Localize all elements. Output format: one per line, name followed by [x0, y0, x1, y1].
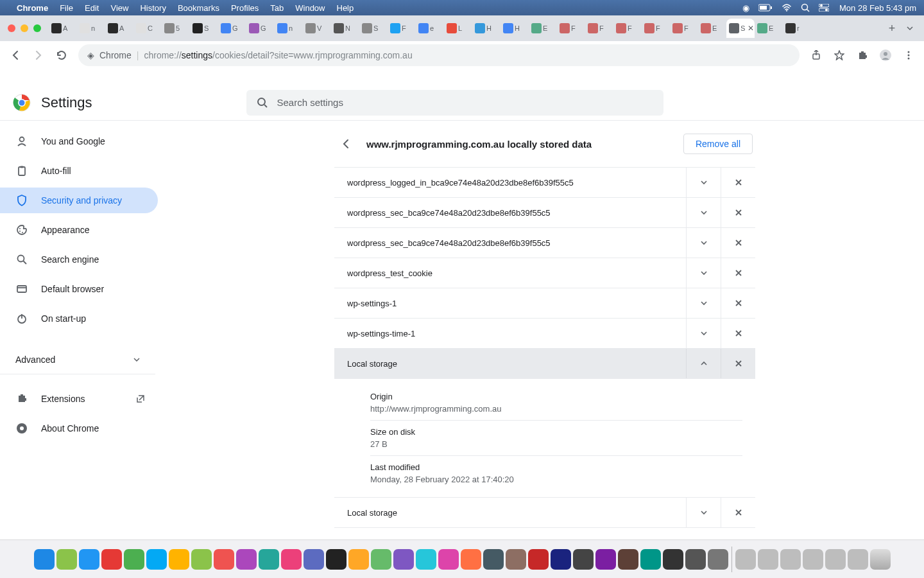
sidebar-item-palette[interactable]: Appearance: [0, 217, 158, 243]
dock-app-icon[interactable]: [304, 549, 324, 570]
forward-button[interactable]: [28, 45, 49, 66]
collapse-button[interactable]: [686, 349, 721, 378]
dock-app-icon[interactable]: [259, 549, 279, 570]
extensions-button[interactable]: [852, 45, 873, 66]
tab[interactable]: G: [246, 19, 275, 38]
dock-stack-icon[interactable]: [848, 549, 868, 570]
cookie-row[interactable]: wordpress_sec_bca9ce74e48a20d23dbe8ef6b3…: [334, 198, 755, 228]
remove-cookie-button[interactable]: [721, 498, 755, 527]
tab[interactable]: A: [105, 19, 133, 38]
tab[interactable]: E: [698, 19, 726, 38]
remove-cookie-button[interactable]: [721, 319, 755, 348]
reload-button[interactable]: [51, 45, 72, 66]
dock-app-icon[interactable]: [618, 549, 638, 570]
menu-window[interactable]: Window: [295, 3, 325, 13]
cookie-row[interactable]: Local storage: [334, 349, 755, 379]
dock-app-icon[interactable]: [438, 549, 459, 570]
remove-cookie-button[interactable]: [721, 228, 755, 258]
menu-bookmarks[interactable]: Bookmarks: [178, 3, 219, 13]
site-info-icon[interactable]: ◈: [87, 50, 94, 60]
dock-app-icon[interactable]: [79, 549, 99, 570]
dock-app-icon[interactable]: [281, 549, 302, 570]
dock-app-icon[interactable]: [708, 549, 728, 570]
expand-button[interactable]: [686, 198, 721, 227]
tab[interactable]: F: [670, 19, 698, 38]
tab[interactable]: F: [557, 19, 585, 38]
tab[interactable]: C: [133, 19, 162, 38]
tab[interactable]: H: [472, 19, 501, 38]
close-tab-icon[interactable]: ✕: [748, 24, 754, 33]
tab[interactable]: F: [642, 19, 670, 38]
dock-app-icon[interactable]: [124, 549, 144, 570]
dock-app-icon[interactable]: [214, 549, 234, 570]
dock-app-icon[interactable]: [663, 549, 683, 570]
menu-view[interactable]: View: [110, 3, 128, 13]
menu-profiles[interactable]: Profiles: [231, 3, 259, 13]
dock-app-icon[interactable]: [393, 549, 414, 570]
dock-app-icon[interactable]: [169, 549, 189, 570]
sidebar-item-shield[interactable]: Security and privacy: [0, 188, 158, 213]
sidebar-item-power[interactable]: On start-up: [0, 306, 158, 331]
menu-file[interactable]: File: [60, 3, 73, 13]
dock-app-icon[interactable]: [101, 549, 122, 570]
cookie-row[interactable]: wordpress_test_cookie: [334, 258, 755, 288]
expand-button[interactable]: [686, 288, 721, 318]
dock-stack-icon[interactable]: [780, 549, 801, 570]
tab[interactable]: V: [303, 19, 331, 38]
tab[interactable]: e: [416, 19, 444, 38]
expand-button[interactable]: [686, 498, 721, 527]
dock-app-icon[interactable]: [573, 549, 594, 570]
dock-app-icon[interactable]: [551, 549, 571, 570]
expand-button[interactable]: [686, 228, 721, 258]
wifi-icon[interactable]: [782, 4, 792, 12]
tab[interactable]: E: [755, 19, 783, 38]
cookie-row[interactable]: wp-settings-1: [334, 288, 755, 319]
tab[interactable]: N: [331, 19, 359, 38]
remove-cookie-button[interactable]: [721, 198, 755, 227]
remove-cookie-button[interactable]: [721, 168, 755, 197]
tab[interactable]: G: [218, 19, 246, 38]
tab[interactable]: F: [388, 19, 416, 38]
tab[interactable]: H: [501, 19, 529, 38]
tab[interactable]: n: [275, 19, 303, 38]
dock-app-icon[interactable]: [483, 549, 504, 570]
cookie-row[interactable]: wordpress_sec_bca9ce74e48a20d23dbe8ef6b3…: [334, 228, 755, 258]
cookie-row[interactable]: wordpress_logged_in_bca9ce74e48a20d23dbe…: [334, 168, 755, 198]
sidebar-advanced[interactable]: Advanced: [0, 346, 155, 374]
spotlight-icon[interactable]: [801, 3, 810, 12]
dock-app-icon[interactable]: [191, 549, 212, 570]
new-tab-button[interactable]: +: [883, 19, 901, 37]
remove-cookie-button[interactable]: [721, 258, 755, 288]
sidebar-item-person[interactable]: You and Google: [0, 128, 158, 154]
tab[interactable]: E: [529, 19, 557, 38]
airplay-icon[interactable]: ◉: [742, 3, 749, 13]
address-bar[interactable]: ◈ Chrome | chrome://settings/cookies/det…: [78, 44, 800, 66]
dock-app-icon[interactable]: [34, 549, 55, 570]
menu-history[interactable]: History: [140, 3, 166, 13]
back-button[interactable]: [5, 45, 26, 66]
tab[interactable]: 5: [162, 19, 190, 38]
dock-stack-icon[interactable]: [758, 549, 778, 570]
tab[interactable]: F: [613, 19, 642, 38]
menu-edit[interactable]: Edit: [85, 3, 99, 13]
tab[interactable]: n: [77, 19, 105, 38]
dock-app-icon[interactable]: [506, 549, 526, 570]
sidebar-item-search[interactable]: Search engine: [0, 247, 158, 272]
settings-search[interactable]: Search settings: [246, 90, 663, 116]
dock-app-icon[interactable]: [640, 549, 661, 570]
remove-cookie-button[interactable]: [721, 349, 755, 378]
cookie-row[interactable]: wp-settings-time-1: [334, 319, 755, 349]
profile-button[interactable]: [875, 45, 896, 66]
content-back-button[interactable]: [337, 135, 355, 153]
dock-app-icon[interactable]: [685, 549, 706, 570]
dock-app-icon[interactable]: [56, 549, 77, 570]
sidebar-extensions[interactable]: Extensions: [0, 386, 158, 412]
cookie-row[interactable]: Local storage: [334, 498, 755, 528]
dock-app-icon[interactable]: [528, 549, 549, 570]
tab[interactable]: S: [359, 19, 388, 38]
remove-all-button[interactable]: Remove all: [683, 134, 753, 154]
tab[interactable]: A: [49, 19, 77, 38]
share-button[interactable]: [806, 45, 826, 66]
tab-overflow-button[interactable]: [901, 24, 919, 32]
expand-button[interactable]: [686, 319, 721, 348]
